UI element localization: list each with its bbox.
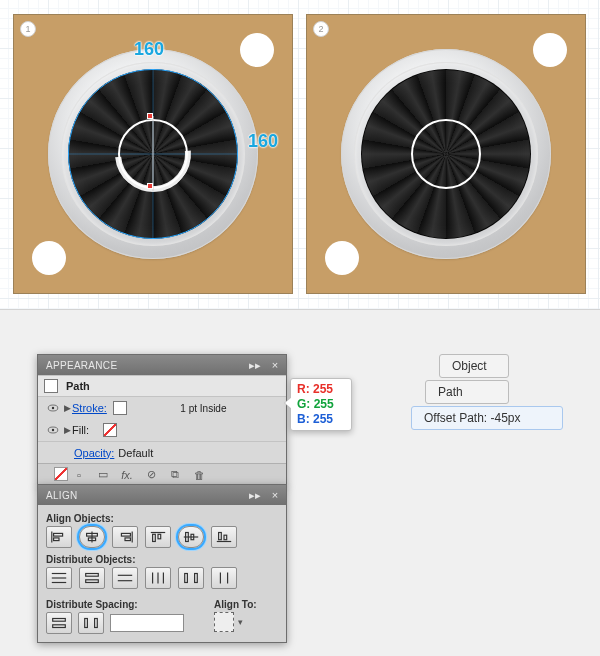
align-right-button[interactable] bbox=[112, 526, 138, 548]
dist-space-h-button[interactable] bbox=[78, 612, 104, 634]
align-hcenter-button[interactable] bbox=[79, 526, 105, 548]
distribute-spacing-label: Distribute Spacing: bbox=[46, 599, 184, 610]
align-to-button[interactable] bbox=[214, 612, 234, 632]
align-vcenter-button[interactable] bbox=[178, 526, 204, 548]
corner-dot bbox=[533, 33, 567, 67]
dist-space-v-button[interactable] bbox=[46, 612, 72, 634]
visibility-icon[interactable] bbox=[44, 424, 62, 436]
panel-footer: ▫ ▭ fx. ⊘ ⧉ 🗑 bbox=[38, 463, 286, 485]
svg-rect-20 bbox=[219, 533, 222, 540]
svg-point-1 bbox=[52, 407, 54, 409]
expand-icon[interactable]: ▶ bbox=[62, 425, 72, 435]
dist-vcenter-button[interactable] bbox=[79, 567, 105, 589]
delete-icon[interactable]: 🗑 bbox=[192, 468, 206, 482]
anchor-point[interactable] bbox=[147, 113, 153, 119]
svg-rect-37 bbox=[53, 625, 66, 628]
opacity-row[interactable]: Opacity: Default bbox=[38, 441, 286, 463]
split-line bbox=[153, 116, 154, 192]
panel-header[interactable]: ALIGN ▸▸ × bbox=[38, 485, 286, 505]
svg-rect-32 bbox=[185, 574, 188, 583]
stroke-swatch[interactable] bbox=[113, 401, 127, 415]
svg-rect-12 bbox=[125, 538, 130, 541]
corner-dot bbox=[32, 241, 66, 275]
svg-point-3 bbox=[52, 429, 54, 431]
panel-title: ALIGN bbox=[46, 490, 78, 501]
collapse-icon[interactable]: ▸▸ bbox=[248, 488, 262, 502]
svg-rect-21 bbox=[224, 535, 227, 540]
align-to-label: Align To: bbox=[214, 599, 257, 610]
svg-rect-14 bbox=[153, 534, 156, 541]
appearance-target-row[interactable]: Path bbox=[38, 375, 286, 397]
panel-title: APPEARANCE bbox=[46, 360, 117, 371]
close-icon[interactable]: × bbox=[268, 358, 282, 372]
dist-right-button[interactable] bbox=[211, 567, 237, 589]
align-objects-label: Align Objects: bbox=[46, 513, 278, 524]
anchor-point[interactable] bbox=[147, 183, 153, 189]
svg-rect-11 bbox=[121, 533, 130, 536]
fx-icon[interactable]: fx. bbox=[120, 468, 134, 482]
align-left-button[interactable] bbox=[46, 526, 72, 548]
artboard-grid: 1 160 160 2 bbox=[0, 0, 600, 310]
svg-rect-25 bbox=[86, 574, 99, 577]
no-fill-icon[interactable] bbox=[54, 467, 68, 481]
menu-path-label: Path bbox=[438, 385, 463, 399]
rgb-tooltip: R: 255 G: 255 B: 255 bbox=[290, 378, 352, 431]
svg-rect-39 bbox=[95, 619, 98, 628]
inner-circle bbox=[411, 119, 481, 189]
dimension-height: 160 bbox=[248, 131, 278, 152]
fill-row[interactable]: ▶ Fill: bbox=[38, 419, 286, 441]
appearance-panel: APPEARANCE ▸▸ × Path ▶ Stroke: 1 pt Insi… bbox=[37, 354, 287, 486]
fill-swatch bbox=[44, 379, 58, 393]
svg-rect-26 bbox=[86, 580, 99, 583]
menu-object-label: Object bbox=[452, 359, 487, 373]
rgb-g: G: 255 bbox=[297, 397, 345, 412]
dist-bottom-button[interactable] bbox=[112, 567, 138, 589]
distribute-objects-label: Distribute Objects: bbox=[46, 554, 278, 565]
menu-object-button[interactable]: Object bbox=[439, 354, 509, 378]
svg-rect-6 bbox=[54, 538, 59, 541]
menu-offset-path-label: Offset Path: -45px bbox=[424, 411, 521, 425]
corner-dot bbox=[240, 33, 274, 67]
align-top-button[interactable] bbox=[145, 526, 171, 548]
stroke-row[interactable]: ▶ Stroke: 1 pt Inside bbox=[38, 397, 286, 419]
appearance-target: Path bbox=[66, 380, 90, 392]
corner-dot bbox=[325, 241, 359, 275]
svg-rect-36 bbox=[53, 619, 66, 622]
visibility-icon[interactable] bbox=[44, 402, 62, 414]
dimension-width: 160 bbox=[134, 39, 164, 60]
artboard-2[interactable]: 2 bbox=[306, 14, 586, 294]
dist-top-button[interactable] bbox=[46, 567, 72, 589]
align-bottom-button[interactable] bbox=[211, 526, 237, 548]
collapse-icon[interactable]: ▸▸ bbox=[248, 358, 262, 372]
align-panel: ALIGN ▸▸ × Align Objects: Distribute Obj… bbox=[37, 484, 287, 643]
stroke-value: 1 pt Inside bbox=[127, 403, 280, 414]
opacity-value: Default bbox=[118, 447, 153, 459]
new-fill-icon[interactable]: ▫ bbox=[72, 468, 86, 482]
svg-rect-15 bbox=[158, 534, 161, 539]
svg-rect-5 bbox=[54, 533, 63, 536]
new-stroke-icon[interactable]: ▭ bbox=[96, 468, 110, 482]
duplicate-icon[interactable]: ⧉ bbox=[168, 468, 182, 482]
artboard-badge: 1 bbox=[20, 21, 36, 37]
dist-hcenter-button[interactable] bbox=[178, 567, 204, 589]
rgb-r: R: 255 bbox=[297, 382, 345, 397]
clear-icon[interactable]: ⊘ bbox=[144, 468, 158, 482]
fill-label: Fill: bbox=[72, 424, 89, 436]
expand-icon[interactable]: ▶ bbox=[62, 403, 72, 413]
spacing-input[interactable] bbox=[110, 614, 184, 632]
dist-left-button[interactable] bbox=[145, 567, 171, 589]
svg-rect-38 bbox=[85, 619, 88, 628]
artboard-badge: 2 bbox=[313, 21, 329, 37]
stroke-label[interactable]: Stroke: bbox=[72, 402, 107, 414]
artboard-1[interactable]: 1 160 160 bbox=[13, 14, 293, 294]
menu-offset-path-button[interactable]: Offset Path: -45px bbox=[411, 406, 563, 430]
opacity-label[interactable]: Opacity: bbox=[74, 447, 114, 459]
svg-rect-33 bbox=[195, 574, 198, 583]
close-icon[interactable]: × bbox=[268, 488, 282, 502]
panel-header[interactable]: APPEARANCE ▸▸ × bbox=[38, 355, 286, 375]
rgb-b: B: 255 bbox=[297, 412, 345, 427]
dropdown-icon[interactable]: ▾ bbox=[238, 617, 243, 627]
fill-swatch-none[interactable] bbox=[103, 423, 117, 437]
menu-path-button[interactable]: Path bbox=[425, 380, 509, 404]
